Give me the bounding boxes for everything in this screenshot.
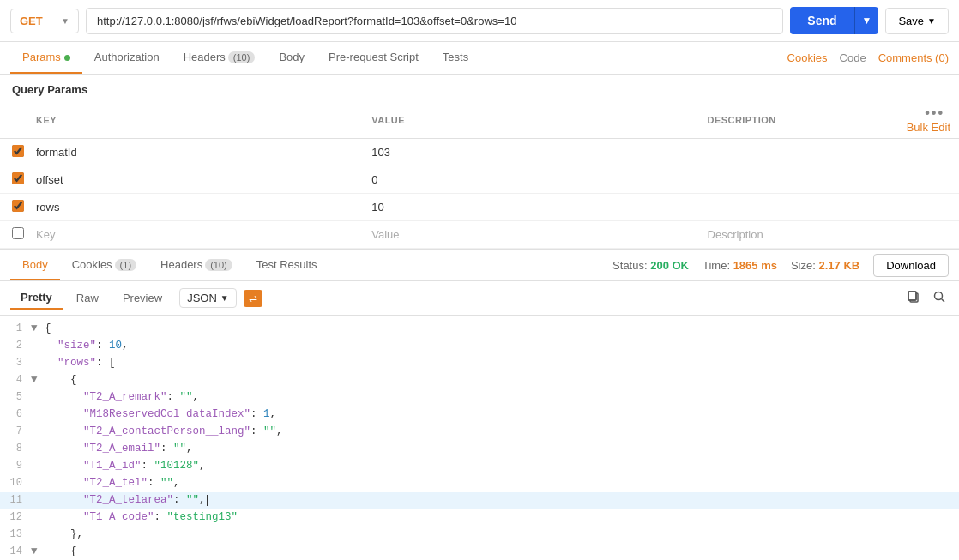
col-description: DESCRIPTION: [704, 101, 890, 139]
code-link[interactable]: Code: [840, 51, 866, 64]
code-line: 3 "rows": [: [0, 355, 959, 372]
row1-key-input[interactable]: [36, 146, 359, 159]
row3-checkbox[interactable]: [12, 200, 24, 212]
code-tab-pretty[interactable]: Pretty: [10, 286, 63, 310]
code-line: 14 ▼ {: [0, 544, 959, 556]
code-line: 1 ▼ {: [0, 321, 959, 338]
line-number: 13: [0, 527, 31, 544]
line-number: 12: [0, 509, 31, 527]
line-number: 10: [0, 475, 31, 492]
tab-tests[interactable]: Tests: [431, 42, 480, 74]
svg-line-4: [942, 298, 945, 302]
row1-value-input[interactable]: [371, 146, 695, 159]
line-number: 6: [0, 406, 31, 424]
json-code-area: 1 ▼ { 2 "size": 10, 3 "rows": [ 4 ▼ { 5 …: [0, 316, 959, 556]
code-line: 4 ▼ {: [0, 372, 959, 389]
line-number: 11: [0, 492, 31, 509]
response-tabs-row: Body Cookies(1) Headers(10) Test Results…: [0, 249, 959, 281]
code-line: 10 "T2_A_tel": "",: [0, 475, 959, 492]
response-stats: Status: 200 OK Time: 1865 ms Size: 2.17 …: [612, 254, 949, 277]
tab-authorization[interactable]: Authorization: [82, 42, 172, 74]
code-line: 5 "T2_A_remark": "",: [0, 389, 959, 406]
wrap-icon[interactable]: ⇌: [244, 290, 262, 307]
row4-value-input[interactable]: [371, 228, 695, 241]
bulk-edit-button[interactable]: Bulk Edit: [907, 121, 950, 134]
col-key: KEY: [33, 101, 368, 139]
query-params-title: Query Params: [0, 75, 959, 101]
code-line: 8 "T2_A_email": "",: [0, 441, 959, 458]
code-line: 7 "T2_A_contactPerson__lang": "",: [0, 424, 959, 441]
code-line: 12 "T1_A_code": "testing13": [0, 509, 959, 527]
col-actions: ••• Bulk Edit: [890, 101, 959, 139]
tab-headers[interactable]: Headers(10): [172, 42, 268, 74]
line-number: 4: [0, 372, 31, 389]
code-content: "T1_A_id": "10128",: [45, 458, 206, 475]
row2-desc-input[interactable]: [708, 173, 882, 186]
line-number: 7: [0, 424, 31, 441]
response-tab-test-results[interactable]: Test Results: [244, 250, 329, 280]
line-number: 1: [0, 321, 31, 338]
table-row: [0, 166, 959, 194]
status-value: 200 OK: [650, 259, 689, 272]
copy-button[interactable]: [904, 287, 923, 310]
col-value: VALUE: [368, 101, 703, 139]
row4-checkbox[interactable]: [12, 227, 24, 239]
response-tab-headers[interactable]: Headers(10): [148, 250, 244, 280]
svg-point-3: [935, 292, 943, 299]
time-value: 1865 ms: [733, 259, 777, 272]
line-number: 2: [0, 338, 31, 355]
row3-value-input[interactable]: [371, 201, 695, 214]
comments-link[interactable]: Comments (0): [878, 51, 949, 64]
save-button[interactable]: Save ▼: [885, 8, 949, 34]
code-line: 13 },: [0, 527, 959, 544]
table-row-empty: [0, 221, 959, 249]
line-number: 5: [0, 389, 31, 406]
format-select[interactable]: JSON ▼: [179, 288, 237, 308]
send-dropdown-button[interactable]: ▼: [854, 7, 879, 34]
collapse-arrow-icon[interactable]: ▼: [31, 321, 45, 338]
code-line: 2 "size": 10,: [0, 338, 959, 355]
code-content: "T1_A_code": "testing13": [45, 509, 238, 527]
method-chevron-icon: ▼: [61, 16, 69, 26]
table-row: [0, 194, 959, 221]
more-options-icon[interactable]: •••: [925, 105, 944, 120]
code-content: },: [45, 527, 83, 544]
row4-key-input[interactable]: [36, 228, 359, 241]
method-label: GET: [20, 15, 43, 27]
code-content: "size": 10,: [45, 338, 129, 355]
row1-checkbox[interactable]: [12, 145, 24, 157]
code-content: "T2_A_telarea": "",: [45, 492, 208, 509]
status-label: Status: 200 OK: [612, 259, 689, 272]
tabs-right-links: Cookies Code Comments (0): [787, 51, 949, 64]
collapse-arrow-icon[interactable]: ▼: [31, 372, 45, 389]
row3-key-input[interactable]: [36, 201, 359, 214]
response-tab-body[interactable]: Body: [10, 250, 60, 280]
line-number: 9: [0, 458, 31, 475]
download-button[interactable]: Download: [873, 254, 949, 277]
collapse-arrow-icon[interactable]: ▼: [31, 544, 45, 556]
row2-value-input[interactable]: [371, 173, 695, 186]
method-select[interactable]: GET ▼: [10, 9, 79, 33]
code-tab-preview[interactable]: Preview: [112, 287, 172, 309]
row1-desc-input[interactable]: [708, 146, 882, 159]
size-value: 2.17 KB: [818, 259, 859, 272]
request-bar: GET ▼ Send ▼ Save ▼: [0, 0, 959, 42]
row3-desc-input[interactable]: [708, 201, 882, 214]
tab-body[interactable]: Body: [267, 42, 317, 74]
save-chevron-icon: ▼: [927, 16, 936, 26]
send-button[interactable]: Send: [790, 7, 853, 34]
size-label: Size: 2.17 KB: [791, 259, 859, 272]
search-button[interactable]: [930, 287, 949, 310]
cookies-link[interactable]: Cookies: [787, 51, 828, 64]
response-tab-cookies[interactable]: Cookies(1): [60, 250, 148, 280]
code-content: "rows": [: [45, 355, 116, 372]
tab-pre-request[interactable]: Pre-request Script: [317, 42, 431, 74]
url-input[interactable]: [86, 8, 783, 34]
row2-key-input[interactable]: [36, 173, 359, 186]
row4-desc-input[interactable]: [708, 228, 882, 241]
row2-checkbox[interactable]: [12, 172, 24, 184]
tab-params[interactable]: Params: [10, 42, 82, 74]
table-row: [0, 139, 959, 166]
code-content: {: [45, 372, 77, 389]
code-tab-raw[interactable]: Raw: [66, 287, 109, 309]
